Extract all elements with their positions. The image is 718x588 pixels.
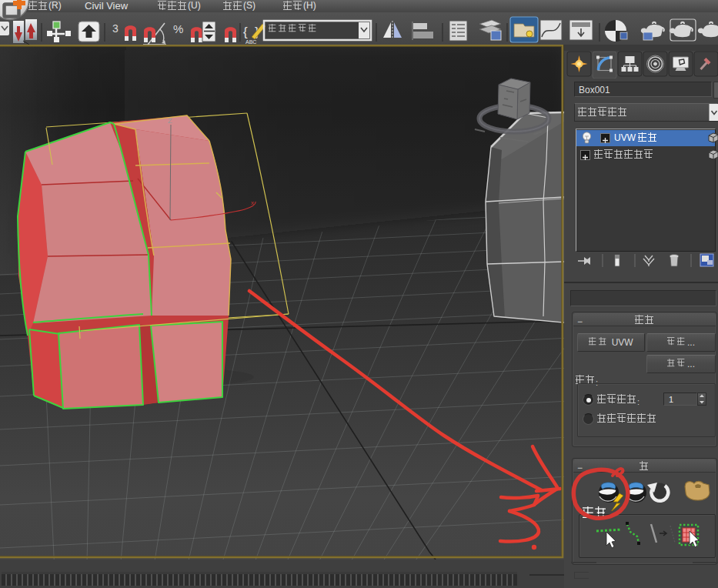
- svg-text:3: 3: [112, 22, 119, 35]
- svg-text:{: {: [243, 25, 248, 39]
- svg-text:ABC: ABC: [245, 39, 256, 45]
- svg-text:Z: Z: [168, 117, 172, 125]
- svg-text:x: x: [251, 199, 254, 206]
- svg-text:%: %: [173, 22, 183, 35]
